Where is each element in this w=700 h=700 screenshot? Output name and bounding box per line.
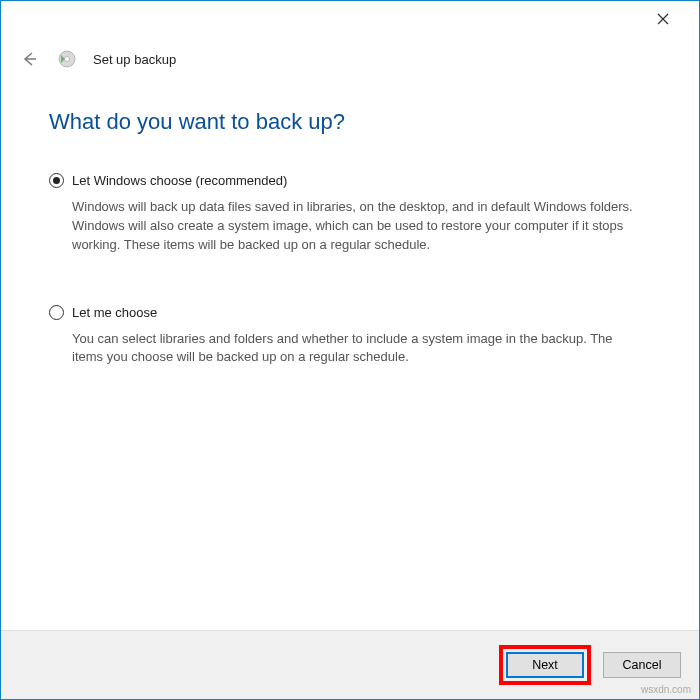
- next-button-highlight: Next: [499, 645, 591, 685]
- page-title: Set up backup: [93, 52, 176, 67]
- option-label: Let Windows choose (recommended): [72, 173, 287, 188]
- option-label: Let me choose: [72, 305, 157, 320]
- option-let-windows-choose: Let Windows choose (recommended) Windows…: [49, 173, 651, 255]
- svg-point-4: [65, 57, 70, 62]
- option-description: Windows will back up data files saved in…: [49, 198, 651, 255]
- radio-icon: [49, 305, 64, 320]
- option-let-me-choose: Let me choose You can select libraries a…: [49, 305, 651, 368]
- back-arrow-icon[interactable]: [17, 47, 41, 71]
- radio-let-windows-choose[interactable]: Let Windows choose (recommended): [49, 173, 651, 188]
- close-icon[interactable]: [643, 4, 683, 34]
- footer: Next Cancel: [1, 630, 699, 699]
- titlebar: [1, 1, 699, 37]
- next-button[interactable]: Next: [506, 652, 584, 678]
- content-area: What do you want to back up? Let Windows…: [1, 81, 699, 630]
- option-description: You can select libraries and folders and…: [49, 330, 651, 368]
- cancel-button[interactable]: Cancel: [603, 652, 681, 678]
- wizard-window: Set up backup What do you want to back u…: [0, 0, 700, 700]
- main-heading: What do you want to back up?: [49, 109, 651, 135]
- radio-let-me-choose[interactable]: Let me choose: [49, 305, 651, 320]
- radio-icon: [49, 173, 64, 188]
- header: Set up backup: [1, 37, 699, 81]
- backup-icon: [57, 49, 77, 69]
